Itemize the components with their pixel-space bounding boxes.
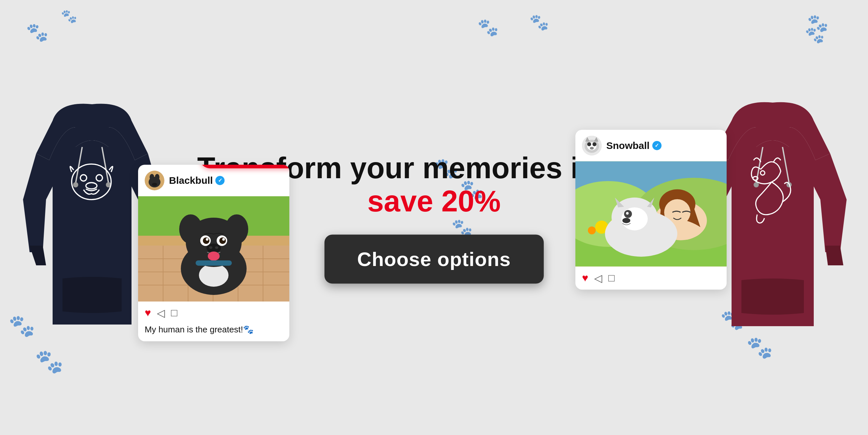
- paw-print: 🐾: [61, 8, 77, 24]
- svg-point-18: [152, 183, 157, 186]
- right-social-card: Look what my human has made for us!🐾: [576, 129, 726, 289]
- paw-print: 🐾: [807, 13, 829, 33]
- svg-point-38: [203, 237, 210, 244]
- avatar-right: [582, 135, 602, 155]
- card-actions-left: ♥ ◁ □: [138, 301, 289, 324]
- card-photo-husky: [576, 161, 726, 266]
- svg-point-17: [155, 174, 159, 180]
- svg-point-34: [179, 214, 202, 244]
- svg-point-68: [626, 212, 629, 214]
- svg-point-44: [215, 246, 218, 249]
- username-right: Snowball ✓: [606, 140, 661, 151]
- banner-container: 🐾 🐾 🐾 🐾 🐾 🐾 🐾 🐾 🐾 🐾 🐾 🐾 🐾 🐾: [0, 0, 868, 435]
- username-left: Blackbull ✓: [169, 175, 224, 186]
- paw-print: 🐾: [26, 22, 49, 43]
- card-header-left: Blackbull ✓: [138, 164, 289, 196]
- svg-point-42: [207, 243, 221, 252]
- share-action-right[interactable]: ◁: [594, 272, 602, 284]
- paw-print: 🐾: [477, 18, 499, 37]
- svg-point-43: [209, 246, 212, 249]
- card-caption-left: My human is the greatest!🐾: [138, 324, 289, 341]
- svg-point-50: [587, 142, 591, 146]
- svg-point-40: [206, 238, 209, 240]
- heart-action-right[interactable]: ♥: [582, 272, 588, 284]
- svg-point-39: [219, 237, 226, 244]
- left-social-card: 💬 97 ❤️ 222 👤 55 Blackbull ✓: [138, 164, 289, 341]
- paw-print: 🐾: [529, 13, 549, 32]
- svg-point-2: [73, 182, 78, 187]
- svg-point-32: [199, 263, 228, 286]
- svg-point-69: [622, 218, 630, 223]
- svg-point-52: [590, 147, 594, 149]
- svg-point-59: [588, 226, 596, 234]
- paw-print: 🐾: [805, 26, 825, 44]
- notification-bubble: 💬 97 ❤️ 222 👤 55: [200, 164, 289, 168]
- verified-badge-left: ✓: [215, 176, 224, 185]
- choose-options-button[interactable]: Choose options: [324, 235, 544, 283]
- save-text: save 20%: [367, 184, 500, 218]
- svg-point-41: [222, 238, 225, 240]
- verified-badge-right: ✓: [652, 141, 661, 150]
- comment-action-right[interactable]: □: [608, 272, 615, 284]
- svg-point-51: [592, 142, 596, 146]
- avatar-left: [145, 170, 164, 190]
- share-action-left[interactable]: ◁: [157, 306, 165, 319]
- comment-action-left[interactable]: □: [171, 307, 177, 319]
- heart-action-left[interactable]: ♥: [145, 307, 151, 319]
- svg-point-16: [150, 174, 154, 180]
- svg-point-35: [225, 214, 248, 244]
- card-header-right: Snowball ✓: [576, 129, 726, 161]
- card-photo-frenchie: [138, 196, 289, 301]
- svg-point-45: [208, 251, 220, 260]
- paw-print: 🐾: [35, 348, 63, 375]
- svg-rect-46: [196, 260, 232, 265]
- card-actions-right: ♥ ◁ □: [576, 266, 726, 289]
